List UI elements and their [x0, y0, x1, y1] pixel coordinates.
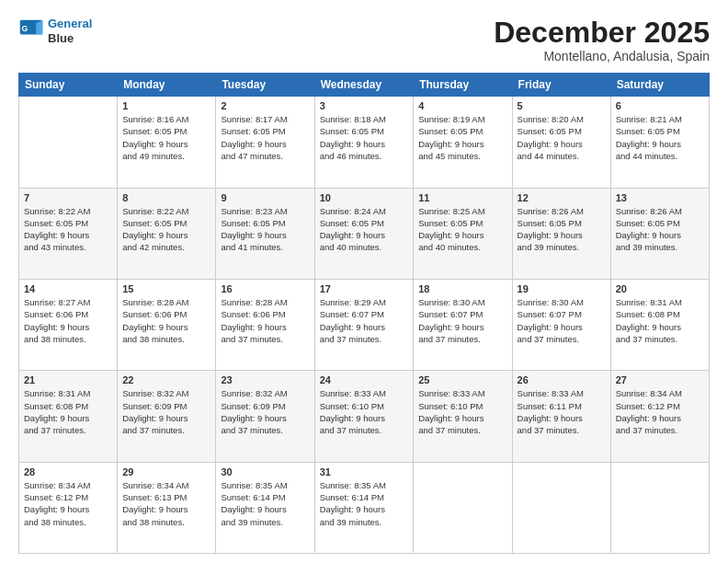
- calendar-cell: 17Sunrise: 8:29 AMSunset: 6:07 PMDayligh…: [314, 279, 414, 370]
- day-info: Sunrise: 8:26 AMSunset: 6:05 PMDaylight:…: [518, 205, 606, 254]
- calendar-cell: [414, 462, 512, 553]
- day-info: Sunrise: 8:34 AMSunset: 6:13 PMDaylight:…: [122, 479, 210, 528]
- day-number: 17: [320, 283, 409, 294]
- day-number: 29: [122, 466, 210, 477]
- day-info: Sunrise: 8:32 AMSunset: 6:09 PMDaylight:…: [221, 387, 309, 436]
- calendar-cell: 6Sunrise: 8:21 AMSunset: 6:05 PMDaylight…: [610, 97, 709, 188]
- calendar-cell: 20Sunrise: 8:31 AMSunset: 6:08 PMDayligh…: [610, 279, 709, 370]
- calendar-cell: 21Sunrise: 8:31 AMSunset: 6:08 PMDayligh…: [19, 371, 118, 462]
- day-number: 6: [616, 100, 704, 111]
- day-number: 31: [320, 466, 409, 477]
- day-info: Sunrise: 8:34 AMSunset: 6:12 PMDaylight:…: [24, 479, 112, 528]
- calendar-cell: 25Sunrise: 8:33 AMSunset: 6:10 PMDayligh…: [414, 371, 512, 462]
- day-number: 16: [221, 283, 309, 294]
- day-info: Sunrise: 8:33 AMSunset: 6:10 PMDaylight:…: [320, 387, 409, 436]
- day-number: 21: [24, 374, 112, 385]
- calendar-cell: 12Sunrise: 8:26 AMSunset: 6:05 PMDayligh…: [512, 188, 610, 279]
- calendar-week-row: 7Sunrise: 8:22 AMSunset: 6:05 PMDaylight…: [19, 188, 710, 279]
- calendar-cell: [610, 462, 709, 553]
- calendar-cell: 1Sunrise: 8:16 AMSunset: 6:05 PMDaylight…: [118, 97, 216, 188]
- day-number: 25: [418, 374, 506, 385]
- day-info: Sunrise: 8:27 AMSunset: 6:06 PMDaylight:…: [24, 296, 112, 345]
- calendar-cell: 4Sunrise: 8:19 AMSunset: 6:05 PMDaylight…: [414, 97, 512, 188]
- day-number: 15: [122, 283, 210, 294]
- calendar-cell: 30Sunrise: 8:35 AMSunset: 6:14 PMDayligh…: [216, 462, 314, 553]
- calendar-cell: 19Sunrise: 8:30 AMSunset: 6:07 PMDayligh…: [512, 279, 610, 370]
- calendar-cell: 15Sunrise: 8:28 AMSunset: 6:06 PMDayligh…: [118, 279, 216, 370]
- calendar-table: SundayMondayTuesdayWednesdayThursdayFrid…: [18, 73, 710, 554]
- day-info: Sunrise: 8:35 AMSunset: 6:14 PMDaylight:…: [320, 479, 409, 528]
- calendar-week-row: 14Sunrise: 8:27 AMSunset: 6:06 PMDayligh…: [19, 279, 710, 370]
- calendar-cell: 28Sunrise: 8:34 AMSunset: 6:12 PMDayligh…: [19, 462, 118, 553]
- day-info: Sunrise: 8:28 AMSunset: 6:06 PMDaylight:…: [122, 296, 210, 345]
- day-number: 23: [221, 374, 309, 385]
- weekday-header-cell: Thursday: [414, 74, 512, 97]
- day-info: Sunrise: 8:28 AMSunset: 6:06 PMDaylight:…: [221, 296, 309, 345]
- day-info: Sunrise: 8:16 AMSunset: 6:05 PMDaylight:…: [122, 113, 210, 162]
- day-info: Sunrise: 8:22 AMSunset: 6:05 PMDaylight:…: [122, 205, 210, 254]
- day-number: 1: [122, 100, 210, 111]
- day-info: Sunrise: 8:24 AMSunset: 6:05 PMDaylight:…: [320, 205, 409, 254]
- day-number: 18: [418, 283, 506, 294]
- calendar-cell: 11Sunrise: 8:25 AMSunset: 6:05 PMDayligh…: [414, 188, 512, 279]
- calendar-cell: 13Sunrise: 8:26 AMSunset: 6:05 PMDayligh…: [610, 188, 709, 279]
- day-number: 19: [518, 283, 606, 294]
- day-info: Sunrise: 8:20 AMSunset: 6:05 PMDaylight:…: [518, 113, 606, 162]
- calendar-page: G General Blue December 2025 Montellano,…: [0, 0, 728, 563]
- day-number: 3: [320, 100, 409, 111]
- weekday-header-cell: Monday: [118, 74, 216, 97]
- day-number: 12: [518, 192, 606, 203]
- day-info: Sunrise: 8:32 AMSunset: 6:09 PMDaylight:…: [122, 387, 210, 436]
- day-number: 9: [221, 192, 309, 203]
- day-info: Sunrise: 8:19 AMSunset: 6:05 PMDaylight:…: [418, 113, 506, 162]
- logo-icon: G: [18, 18, 44, 44]
- day-info: Sunrise: 8:29 AMSunset: 6:07 PMDaylight:…: [320, 296, 409, 345]
- day-number: 7: [24, 192, 112, 203]
- day-number: 11: [418, 192, 506, 203]
- day-number: 20: [616, 283, 704, 294]
- calendar-cell: 10Sunrise: 8:24 AMSunset: 6:05 PMDayligh…: [314, 188, 414, 279]
- day-info: Sunrise: 8:31 AMSunset: 6:08 PMDaylight:…: [24, 387, 112, 436]
- day-info: Sunrise: 8:21 AMSunset: 6:05 PMDaylight:…: [616, 113, 704, 162]
- day-number: 4: [418, 100, 506, 111]
- day-number: 22: [122, 374, 210, 385]
- calendar-cell: 7Sunrise: 8:22 AMSunset: 6:05 PMDaylight…: [19, 188, 118, 279]
- calendar-cell: [512, 462, 610, 553]
- month-title: December 2025: [494, 17, 710, 49]
- calendar-cell: 16Sunrise: 8:28 AMSunset: 6:06 PMDayligh…: [216, 279, 314, 370]
- calendar-cell: 29Sunrise: 8:34 AMSunset: 6:13 PMDayligh…: [118, 462, 216, 553]
- day-number: 5: [518, 100, 606, 111]
- svg-text:G: G: [22, 24, 28, 33]
- weekday-header-cell: Sunday: [19, 74, 118, 97]
- calendar-cell: 23Sunrise: 8:32 AMSunset: 6:09 PMDayligh…: [216, 371, 314, 462]
- day-info: Sunrise: 8:34 AMSunset: 6:12 PMDaylight:…: [616, 387, 704, 436]
- calendar-cell: 3Sunrise: 8:18 AMSunset: 6:05 PMDaylight…: [314, 97, 414, 188]
- calendar-cell: 26Sunrise: 8:33 AMSunset: 6:11 PMDayligh…: [512, 371, 610, 462]
- header: G General Blue December 2025 Montellano,…: [18, 17, 710, 63]
- day-number: 10: [320, 192, 409, 203]
- day-number: 24: [320, 374, 409, 385]
- weekday-header-row: SundayMondayTuesdayWednesdayThursdayFrid…: [19, 74, 710, 97]
- calendar-cell: 31Sunrise: 8:35 AMSunset: 6:14 PMDayligh…: [314, 462, 414, 553]
- calendar-week-row: 28Sunrise: 8:34 AMSunset: 6:12 PMDayligh…: [19, 462, 710, 553]
- logo: G General Blue: [18, 17, 92, 45]
- day-number: 8: [122, 192, 210, 203]
- calendar-cell: 8Sunrise: 8:22 AMSunset: 6:05 PMDaylight…: [118, 188, 216, 279]
- weekday-header-cell: Friday: [512, 74, 610, 97]
- day-info: Sunrise: 8:30 AMSunset: 6:07 PMDaylight:…: [518, 296, 606, 345]
- day-number: 26: [518, 374, 606, 385]
- calendar-cell: 27Sunrise: 8:34 AMSunset: 6:12 PMDayligh…: [610, 371, 709, 462]
- location: Montellano, Andalusia, Spain: [494, 49, 710, 63]
- calendar-cell: 9Sunrise: 8:23 AMSunset: 6:05 PMDaylight…: [216, 188, 314, 279]
- calendar-cell: 18Sunrise: 8:30 AMSunset: 6:07 PMDayligh…: [414, 279, 512, 370]
- calendar-cell: 22Sunrise: 8:32 AMSunset: 6:09 PMDayligh…: [118, 371, 216, 462]
- title-block: December 2025 Montellano, Andalusia, Spa…: [494, 17, 710, 63]
- day-number: 30: [221, 466, 309, 477]
- day-info: Sunrise: 8:30 AMSunset: 6:07 PMDaylight:…: [418, 296, 506, 345]
- day-info: Sunrise: 8:18 AMSunset: 6:05 PMDaylight:…: [320, 113, 409, 162]
- day-number: 13: [616, 192, 704, 203]
- day-info: Sunrise: 8:31 AMSunset: 6:08 PMDaylight:…: [616, 296, 704, 345]
- weekday-header-cell: Wednesday: [314, 74, 414, 97]
- day-info: Sunrise: 8:17 AMSunset: 6:05 PMDaylight:…: [221, 113, 309, 162]
- weekday-header-cell: Tuesday: [216, 74, 314, 97]
